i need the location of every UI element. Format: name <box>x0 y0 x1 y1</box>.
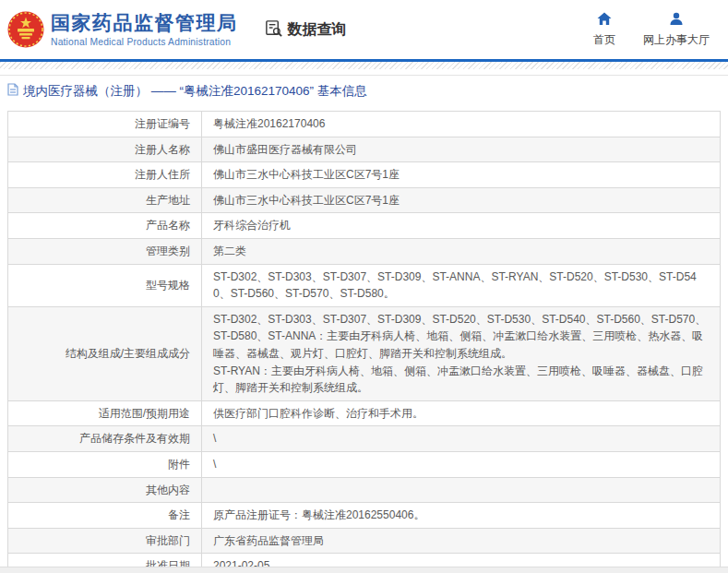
field-value: \ <box>202 426 721 452</box>
person-icon <box>669 12 684 29</box>
field-value: 广东省药品监督管理局 <box>202 528 721 554</box>
field-value: 佛山市盛田医疗器械有限公司 <box>202 137 721 162</box>
row-intended-use: 适用范围/预期用途 供医疗部门口腔科作诊断、治疗和手术用。 <box>8 400 721 426</box>
field-label: 产品名称 <box>8 213 202 239</box>
hatch-band <box>0 62 728 69</box>
header: 国家药品监督管理局 National Medical Products Admi… <box>0 0 728 59</box>
field-value: 佛山市三水中心科技工业区C区7号1座 <box>202 162 721 188</box>
field-value: 供医疗部门口腔科作诊断、治疗和手术用。 <box>202 400 721 426</box>
field-value: ST-D302、ST-D303、ST-D307、ST-D309、ST-D520、… <box>202 306 721 400</box>
field-label: 附件 <box>8 451 202 477</box>
registration-info-table: 注册证编号 粤械注准20162170406 注册人名称 佛山市盛田医疗器械有限公… <box>7 111 721 573</box>
field-label: 产品储存条件及有效期 <box>8 426 202 452</box>
site-title-block: 国家药品监督管理局 National Medical Products Admi… <box>51 12 238 46</box>
row-registrant-address: 注册人住所 佛山市三水中心科技工业区C区7号1座 <box>8 162 721 188</box>
document-icon <box>7 83 18 100</box>
field-label: 生产地址 <box>8 187 202 213</box>
row-product-name: 产品名称 牙科综合治疗机 <box>8 213 721 239</box>
field-value: \ <box>202 451 721 477</box>
footer-strip <box>0 567 728 573</box>
field-label: 管理类别 <box>8 238 202 264</box>
site-subtitle: National Medical Products Administration <box>51 37 238 47</box>
field-value <box>202 477 721 503</box>
row-attachment: 附件 \ <box>8 451 721 477</box>
field-value: 第二类 <box>202 238 721 264</box>
row-registrant-name: 注册人名称 佛山市盛田医疗器械有限公司 <box>8 137 721 162</box>
field-label: 备注 <box>8 503 202 529</box>
row-structure-composition: 结构及组成/主要组成成分 ST-D302、ST-D303、ST-D307、ST-… <box>8 306 721 400</box>
row-other-content: 其他内容 <box>8 477 721 503</box>
row-model-spec: 型号规格 ST-D302、ST-D303、ST-D307、ST-D309、ST-… <box>8 264 721 306</box>
nav-home-label: 首页 <box>593 32 615 48</box>
field-label: 结构及组成/主要组成成分 <box>8 306 202 400</box>
data-query-icon <box>264 18 283 42</box>
row-reg-cert-no: 注册证编号 粤械注准20162170406 <box>8 112 721 137</box>
row-storage-validity: 产品储存条件及有效期 \ <box>8 426 721 452</box>
row-approval-dept: 审批部门 广东省药品监督管理局 <box>8 528 721 554</box>
field-label: 适用范围/预期用途 <box>8 400 202 426</box>
field-label: 型号规格 <box>8 264 202 306</box>
field-value: 原产品注册证号：粤械注准20162550406。 <box>202 503 721 529</box>
header-nav: 首页 网上办事大厅 <box>593 12 715 48</box>
field-value: 牙科综合治疗机 <box>202 213 721 239</box>
home-icon <box>597 12 612 29</box>
nav-home[interactable]: 首页 <box>593 12 615 48</box>
field-value: ST-D302、ST-D303、ST-D307、ST-D309、ST-ANNA、… <box>202 264 721 306</box>
field-label: 其他内容 <box>8 477 202 503</box>
field-label: 注册人名称 <box>8 137 202 162</box>
row-production-address: 生产地址 佛山市三水中心科技工业区C区7号1座 <box>8 187 721 213</box>
row-management-category: 管理类别 第二类 <box>8 238 721 264</box>
field-value: 粤械注准20162170406 <box>202 112 721 137</box>
field-label: 注册证编号 <box>8 112 202 137</box>
data-query-tab[interactable]: 数据查询 <box>264 18 347 42</box>
breadcrumb-text: 境内医疗器械（注册） —— “粤械注准20162170406” 基本信息 <box>23 83 367 100</box>
nav-service-hall-label: 网上办事大厅 <box>643 32 710 48</box>
row-remarks: 备注 原产品注册证号：粤械注准20162550406。 <box>8 503 721 529</box>
data-query-label: 数据查询 <box>288 20 347 40</box>
breadcrumb: 境内医疗器械（注册） —— “粤械注准20162170406” 基本信息 <box>0 75 728 108</box>
national-emblem-logo <box>7 11 44 48</box>
field-label: 审批部门 <box>8 528 202 554</box>
nav-service-hall[interactable]: 网上办事大厅 <box>643 12 710 48</box>
field-value: 佛山市三水中心科技工业区C区7号1座 <box>202 187 721 213</box>
site-title: 国家药品监督管理局 <box>51 12 238 33</box>
field-label: 注册人住所 <box>8 162 202 188</box>
